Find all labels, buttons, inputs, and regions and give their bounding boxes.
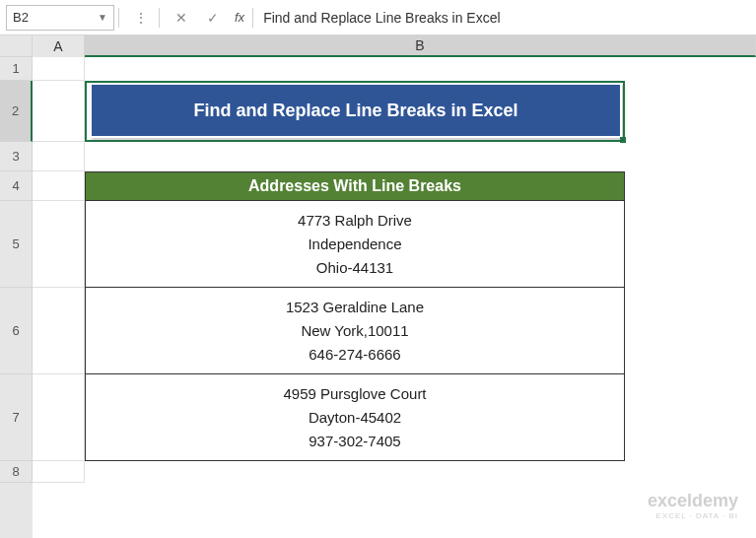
title-cell[interactable]: Find and Replace Line Breaks in Excel [90, 83, 622, 138]
cancel-icon[interactable]: ✕ [168, 5, 195, 31]
formula-bar: B2 ▼ ⋮ ✕ ✓ fx [0, 0, 756, 35]
address-cell-2[interactable]: 1523 Geraldine Lane New York,10011 646-2… [85, 288, 625, 374]
address-line: New York,10011 [301, 319, 408, 343]
address-line: 1523 Geraldine Lane [286, 296, 424, 319]
address-line: 937-302-7405 [309, 430, 400, 453]
col-header-b[interactable]: B [85, 35, 756, 57]
row-header-4[interactable]: 4 [0, 171, 33, 201]
address-cell-1[interactable]: 4773 Ralph Drive Independence Ohio-44131 [85, 201, 625, 288]
dropdown-icon[interactable]: ▼ [98, 12, 107, 23]
name-box[interactable]: B2 ▼ [6, 5, 114, 31]
row-header-3[interactable]: 3 [0, 142, 33, 171]
divider [118, 8, 119, 28]
subheader-text: Addresses With Line Breaks [248, 177, 461, 195]
address-line: Independence [308, 233, 401, 256]
row-header-7[interactable]: 7 [0, 374, 33, 461]
row-header-1[interactable]: 1 [0, 57, 33, 81]
subheader-cell[interactable]: Addresses With Line Breaks [85, 171, 625, 201]
watermark-brand: exceldemy [648, 491, 738, 510]
address-line: Ohio-44131 [316, 256, 393, 280]
divider [252, 8, 253, 28]
divider [159, 8, 160, 28]
row-header-2[interactable]: 2 [0, 81, 33, 142]
row-headers: 1 2 3 4 5 6 7 8 [0, 57, 33, 538]
address-line: 4773 Ralph Drive [298, 209, 412, 233]
formula-input[interactable] [257, 5, 750, 31]
select-all-corner[interactable] [0, 35, 33, 57]
row-header-5[interactable]: 5 [0, 201, 33, 288]
address-cell-3[interactable]: 4959 Pursglove Court Dayton-45402 937-30… [85, 374, 625, 461]
row-header-8[interactable]: 8 [0, 461, 33, 483]
col-header-a[interactable]: A [33, 35, 85, 57]
enter-icon[interactable]: ✓ [199, 5, 227, 31]
row-header-6[interactable]: 6 [0, 288, 33, 374]
address-line: 646-274-6666 [309, 343, 400, 367]
watermark: exceldemy EXCEL · DATA · BI [648, 491, 738, 520]
address-line: Dayton-45402 [309, 406, 401, 430]
address-line: 4959 Pursglove Court [283, 382, 426, 406]
title-text: Find and Replace Line Breaks in Excel [193, 101, 517, 121]
fx-icon[interactable]: fx [235, 10, 244, 25]
watermark-tagline: EXCEL · DATA · BI [648, 511, 738, 520]
expand-icon[interactable]: ⋮ [127, 5, 155, 31]
name-box-value: B2 [13, 10, 29, 25]
cell-area[interactable]: Find and Replace Line Breaks in Excel Ad… [33, 57, 756, 538]
